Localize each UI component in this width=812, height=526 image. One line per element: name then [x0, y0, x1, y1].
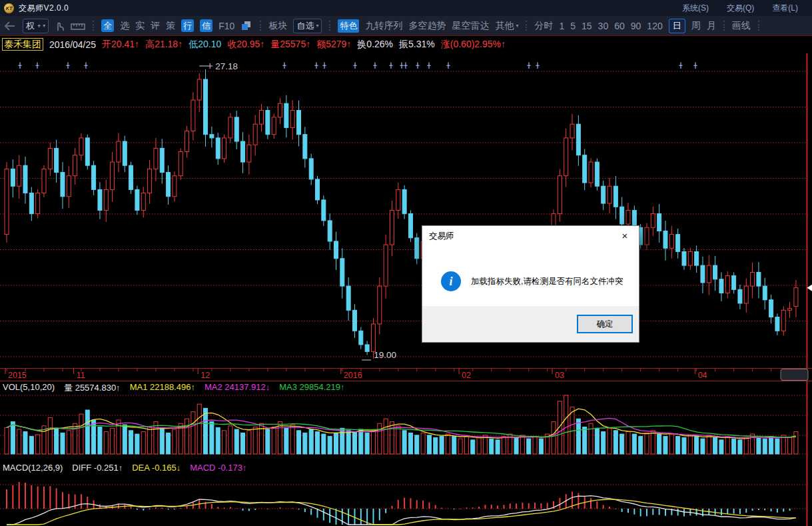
svg-text:04: 04: [698, 371, 707, 380]
volume-header: VOL(5,10,20)量 25574.830↑MA1 22188.496↑MA…: [3, 382, 345, 394]
stock-date: 2016/04/25: [49, 39, 96, 50]
toolbar-rights-adjust[interactable]: 权+▾: [23, 19, 49, 33]
hand-icon[interactable]: [55, 20, 65, 32]
toolbar-info[interactable]: 信: [200, 19, 212, 32]
macd-histogram: [7, 482, 796, 525]
title-bar: KT 交易师V2.0.0 系统(S)交易(Q)查看(L)画面(P): [0, 0, 812, 16]
toolbar: 权+▾全选实评策行信F10板块自选▾特色九转序列多空趋势星空雷达其他▾分时151…: [0, 16, 812, 36]
toolbar-f10[interactable]: F10: [218, 21, 234, 31]
svg-text:11: 11: [77, 371, 85, 380]
toolbar-watchlist[interactable]: 自选▾: [293, 19, 322, 33]
app-window: KT 交易师V2.0.0 系统(S)交易(Q)查看(L)画面(P) 权+▾全选实…: [0, 0, 812, 526]
toolbar-period-day[interactable]: 日: [669, 19, 685, 33]
current-price-marker: [807, 285, 812, 291]
toolbar-separator: [723, 21, 725, 31]
ok-button[interactable]: 确定: [577, 315, 633, 333]
ma1-value: MA1 22188.496↑: [130, 382, 195, 394]
toolbar-all[interactable]: 全: [101, 19, 114, 32]
candlesticks: [5, 69, 798, 359]
dialog-footer: 确定: [422, 306, 639, 342]
info-field-turnover: 换0.26%: [357, 39, 393, 51]
toolbar-period-week[interactable]: 周: [691, 20, 701, 32]
window-title: 交易师V2.0.0: [19, 3, 69, 14]
stock-info-fields: 开20.41↑高21.18↑低20.10收20.95↑量25575↑额5279↑…: [102, 39, 506, 51]
menu-bar: 系统(S)交易(Q)查看(L)画面(P): [682, 3, 812, 14]
dialog-body: i 加载指标失败,请检测是否有同名文件冲突: [422, 246, 639, 307]
toolbar-star-radar[interactable]: 星空雷达: [452, 20, 489, 32]
volume-value: 量 25574.830↑: [64, 382, 121, 394]
dea-value: DEA -0.165↓: [132, 463, 181, 473]
toolbar-separator: [526, 21, 527, 31]
toolbar-separator: [260, 21, 261, 31]
info-field-amplitude: 振5.31%: [399, 39, 435, 51]
info-field-close: 收20.95↑: [227, 39, 264, 51]
toolbar-period-15[interactable]: 15: [582, 21, 592, 31]
menu-system[interactable]: 系统(S): [682, 3, 709, 14]
svg-text:03: 03: [555, 371, 564, 380]
toolbar-other[interactable]: 其他▾: [495, 20, 518, 32]
toolbar-strategy[interactable]: 策: [166, 20, 175, 32]
menu-trade[interactable]: 交易(Q): [727, 3, 754, 14]
stock-name[interactable]: 泰禾集团: [2, 38, 43, 51]
dialog-title-bar: 交易师 ×: [422, 226, 639, 246]
ma2-value: MA2 24137.912↓: [204, 382, 270, 394]
ruler-icon[interactable]: [71, 21, 85, 31]
message-dialog: 交易师 × i 加载指标失败,请检测是否有同名文件冲突 确定: [422, 225, 639, 343]
toolbar-sectors[interactable]: 板块: [268, 20, 287, 32]
svg-text:2016: 2016: [344, 371, 362, 380]
toolbar-period-1[interactable]: 1: [559, 21, 564, 31]
price-annotations: 27.1819.00: [199, 61, 396, 360]
toolbar-period-30[interactable]: 30: [598, 21, 609, 31]
stock-info-bar: 泰禾集团 2016/04/25 开20.41↑高21.18↑低20.10收20.…: [0, 35, 812, 53]
svg-text:27.18: 27.18: [215, 61, 238, 71]
scrollbar-thumb[interactable]: [781, 369, 808, 381]
macd-header: MACD(12,26,9)DIFF -0.251↑DEA -0.165↓MACD…: [3, 463, 246, 473]
macd-value: MACD -0.173↑: [190, 463, 246, 473]
macd-params: MACD(12,26,9): [3, 463, 63, 473]
info-field-low: 低20.10: [189, 39, 221, 51]
info-icon: i: [441, 271, 461, 291]
toolbar-select[interactable]: 选: [120, 20, 129, 32]
toolbar-period-90[interactable]: 90: [631, 21, 641, 31]
back-arrow-icon[interactable]: [3, 20, 17, 32]
toolbar-period-120[interactable]: 120: [647, 21, 662, 31]
toolbar-separator: [329, 21, 330, 31]
toolbar-period-month[interactable]: 月: [707, 20, 716, 32]
info-field-volume: 量25575↑: [270, 39, 310, 51]
date-axis: 201511122016020304: [0, 369, 812, 381]
dialog-message: 加载指标失败,请检测是否有同名文件冲突: [471, 276, 623, 287]
info-field-high: 高21.18↑: [145, 39, 183, 51]
vol-params: VOL(5,10,20): [3, 382, 55, 394]
toolbar-long-short-trend[interactable]: 多空趋势: [408, 20, 446, 32]
svg-text:02: 02: [462, 371, 471, 380]
svg-text:19.00: 19.00: [374, 350, 396, 360]
toolbar-period-60[interactable]: 60: [614, 21, 625, 31]
toolbar-nine-turn[interactable]: 九转序列: [365, 20, 402, 32]
macd-lines: [7, 496, 796, 525]
star-markers: [18, 63, 697, 69]
menu-view[interactable]: 查看(L): [772, 3, 798, 14]
toolbar-quotes[interactable]: 行: [181, 19, 194, 32]
toolbar-period-5[interactable]: 5: [570, 21, 576, 31]
toolbar-realtime[interactable]: 实: [135, 20, 145, 32]
close-icon[interactable]: ×: [611, 226, 639, 246]
svg-text:12: 12: [201, 371, 210, 380]
toolbar-intraday[interactable]: 分时: [534, 20, 553, 32]
diff-value: DIFF -0.251↑: [72, 463, 123, 473]
dialog-title: 交易师: [429, 231, 454, 242]
toolbar-review[interactable]: 评: [151, 20, 160, 32]
toolbar-draw-line[interactable]: 画线: [732, 20, 751, 32]
volume-bars: [5, 395, 798, 454]
toolbar-separator: [758, 21, 759, 31]
info-field-open: 开20.41↑: [102, 39, 139, 51]
info-field-amount: 额5279↑: [316, 39, 351, 51]
layers-icon[interactable]: [240, 21, 252, 31]
info-field-change: 涨(0.60)2.95%↑: [441, 39, 506, 51]
toolbar-featured[interactable]: 特色: [338, 19, 359, 33]
toolbar-separator: [93, 21, 94, 31]
ma3-value: MA3 29854.219↑: [279, 382, 344, 394]
chart-canvas[interactable]: 27.1819.00201511122016020304: [0, 0, 812, 526]
svg-text:2015: 2015: [8, 371, 27, 380]
app-logo-icon: KT: [4, 3, 14, 13]
